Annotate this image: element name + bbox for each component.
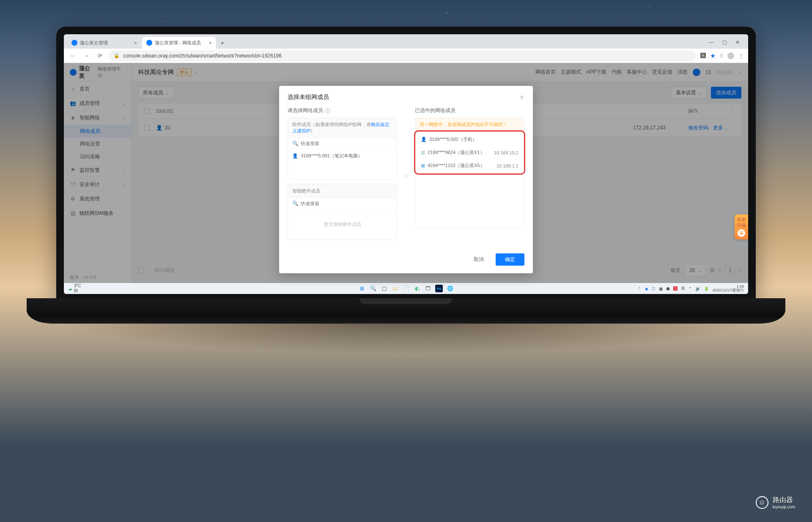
modal-close-icon[interactable]: ✕ (519, 94, 524, 101)
soft-hint-a: 软件成员（如需使用同网组IP组网，请 (292, 122, 371, 127)
windows-taskbar: ☁ 3°C阴 ⊞ 🔍 ▢ 🗂 📄 ◐ 🗔 Ps 🌐 ＾ (64, 283, 748, 294)
transfer-arrow-icon: › (403, 171, 409, 180)
selected-item-phone[interactable]: 👤 3109****5:002（手机） (417, 133, 523, 146)
window-minimize-icon[interactable]: — (709, 39, 714, 45)
watermark-logo-icon: ☺ (756, 496, 768, 509)
ip-conflict-warning: 同一网络中，各组网成员IP地址不可相同！ (415, 118, 524, 132)
software-members-panel: 软件成员（如需使用同网组IP组网，请购买自定义虚拟IP） 🔍 👤 3109***… (288, 118, 397, 180)
hw-empty-text: 暂无智能硬件成员 (288, 209, 397, 239)
search-icon: 🔍 (292, 140, 299, 146)
tab-favicon-2 (146, 40, 152, 46)
tray-battery-icon[interactable]: 🔋 (704, 286, 709, 291)
close-tab-icon[interactable]: × (208, 40, 212, 46)
search-icon[interactable]: 🔍 (369, 285, 377, 292)
new-tab-button[interactable]: + (217, 39, 228, 49)
window-close-icon[interactable]: ✕ (735, 39, 740, 45)
tray-chevron-icon[interactable]: ＾ (637, 286, 642, 291)
software-search[interactable]: 🔍 (288, 138, 397, 149)
router-icon: ▥ (421, 150, 425, 155)
search-icon: 🔍 (292, 201, 299, 206)
highlight-annotation: 👤 3109****5:002（手机） ▥ 2169****9624（蒲公英X1… (414, 130, 525, 175)
watermark: ☺ 路由器luyouqi.com (756, 496, 795, 509)
profile-icon[interactable] (727, 52, 734, 59)
left-section-label: 请选择网络成员 (288, 107, 323, 114)
select-members-modal: 选择未组网成员 ✕ 请选择网络成员? 软件成员（如需使用同网组IP组网，请购买自… (279, 86, 533, 273)
bookmark-star-icon[interactable]: ★ (710, 52, 716, 60)
chrome-icon[interactable]: 🌐 (446, 285, 454, 292)
tab-favicon-1 (71, 40, 77, 46)
browser-tab-2[interactable]: 蒲公英管理 - 网络成员 × (142, 37, 216, 49)
confirm-button[interactable]: 确定 (496, 253, 524, 266)
tray-volume-icon[interactable]: 🔊 (695, 286, 700, 291)
extensions-icon[interactable]: ⁝⁝ (720, 52, 723, 59)
browser-toolbar: ← → ⟳ 🔒 console.sdwan.oray.com/zh/sdwan/… (64, 49, 748, 63)
url-text: console.sdwan.oray.com/zh/sdwan/smartNet… (123, 53, 282, 59)
tray-ime-icon[interactable]: S (673, 286, 678, 291)
taskview-icon[interactable]: ▢ (380, 285, 388, 292)
hardware-members-panel: 智能硬件成员 🔍 暂无智能硬件成员 (288, 184, 397, 240)
help-icon[interactable]: ? (325, 108, 330, 113)
tray-icon-1[interactable]: ◆ (645, 286, 648, 291)
router-icon: ▦ (421, 163, 425, 168)
nav-reload-icon[interactable]: ⟳ (95, 52, 104, 59)
tray-lang-icon[interactable]: 英 (681, 286, 685, 291)
software-search-input[interactable] (301, 141, 392, 146)
app-icon-3[interactable]: 🗔 (424, 285, 432, 292)
photoshop-icon[interactable]: Ps (435, 285, 443, 292)
browser-menu-icon[interactable]: ⋮ (738, 52, 744, 59)
survey-badge[interactable]: 有奖 问卷 福 (735, 214, 748, 239)
hw-section-title: 智能硬件成员 (288, 184, 397, 198)
address-bar[interactable]: 🔒 console.sdwan.oray.com/zh/sdwan/smartN… (109, 50, 696, 61)
explorer-icon[interactable]: 🗂 (391, 285, 399, 292)
modal-title: 选择未组网成员 (288, 93, 329, 101)
nav-forward-icon[interactable]: → (82, 52, 91, 59)
close-tab-icon[interactable]: × (134, 40, 137, 46)
software-member-item[interactable]: 👤 3109****5:001（笔记本电脑） (288, 149, 397, 162)
start-icon[interactable]: ⊞ (358, 285, 366, 292)
window-maximize-icon[interactable]: ▢ (722, 39, 727, 45)
selected-item-x1[interactable]: ▥ 2169****9624（蒲公英X1） 10.168.10.2 (417, 146, 523, 159)
tab-title-2: 蒲公英管理 - 网络成员 (155, 40, 206, 46)
tray-icon-2[interactable]: ⬡ (652, 286, 656, 291)
cancel-button[interactable]: 取消 (466, 253, 491, 266)
hardware-search-input[interactable] (301, 201, 392, 206)
selected-members-panel: 同一网络中，各组网成员IP地址不可相同！ 👤 3109****5:002（手机）… (415, 118, 524, 228)
lock-icon: 🔒 (114, 53, 120, 58)
app-icon-1[interactable]: 📄 (402, 285, 410, 292)
survey-icon: 福 (738, 229, 745, 237)
translate-icon[interactable]: 🅰 (700, 52, 706, 59)
browser-tabstrip: 蒲公英云管理 × 蒲公英管理 - 网络成员 × + — ▢ ✕ (64, 34, 748, 49)
app-icon-2[interactable]: ◐ (413, 285, 421, 292)
right-section-label: 已选中的网络成员 (415, 107, 455, 114)
hardware-search[interactable]: 🔍 (288, 198, 397, 209)
weather-widget[interactable]: ☁ 3°C阴 (68, 283, 81, 294)
person-icon: 👤 (292, 153, 298, 159)
tray-clock[interactable]: 1:58 2022/12/17/星期六 (712, 285, 744, 293)
browser-tab-1[interactable]: 蒲公英云管理 × (67, 37, 141, 49)
tray-wifi-icon[interactable]: ⌃ (689, 286, 692, 291)
tab-title-1: 蒲公英云管理 (80, 40, 131, 46)
tray-icon-4[interactable]: ⬢ (666, 286, 670, 291)
tray-icon-3[interactable]: ▣ (659, 286, 663, 291)
selected-item-x5[interactable]: ▦ 4284****1152（蒲公英X5） 10.168.1.1 (417, 159, 523, 172)
person-icon: 👤 (421, 137, 427, 142)
nav-back-icon[interactable]: ← (68, 52, 77, 59)
